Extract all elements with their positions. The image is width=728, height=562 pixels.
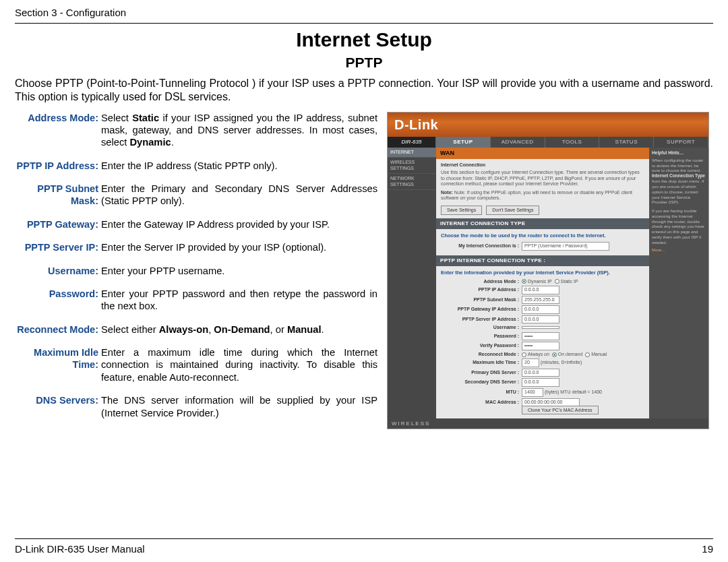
wan-note: Note: If using the PPPoE option, you wil…: [441, 190, 632, 201]
dns1-label: Primary DNS Server :: [441, 370, 522, 376]
def-body: Enter the IP address (Static PPTP only).: [101, 160, 377, 172]
def-label: Maximum Idle Time:: [15, 346, 101, 383]
conn-type-select[interactable]: PPTP (Username / Password): [522, 242, 609, 251]
def-body: Select either Always-on, On-Demand, or M…: [101, 323, 377, 336]
tab-advanced[interactable]: ADVANCED: [491, 137, 545, 148]
tab-status[interactable]: STATUS: [599, 137, 654, 148]
def-label: DNS Servers:: [15, 394, 101, 419]
idle-label: Maximum Idle Time :: [441, 360, 522, 366]
page-title: Internet Setup: [15, 28, 713, 53]
pptp-instr: Enter the information provided by your I…: [441, 270, 644, 276]
help-panel: Helpful Hints… When configuring the rout…: [649, 148, 708, 418]
router-ui-screenshot: D-Link DIR-635 SETUPADVANCEDTOOLSSTATUSS…: [387, 112, 709, 430]
user-label: Username :: [441, 325, 522, 331]
vpass-input[interactable]: •••••: [522, 342, 559, 350]
user-input[interactable]: [522, 326, 559, 329]
definitions-column: Address Mode:Select Static if your ISP a…: [15, 112, 377, 430]
ip-label: PPTP IP Address :: [441, 287, 522, 293]
addr-mode-label: Address Mode :: [441, 279, 522, 285]
model-badge: DIR-635: [388, 137, 436, 148]
def-body: Enter a maximum idle time during which t…: [101, 346, 377, 383]
dns1-input[interactable]: 0.0.0.0: [522, 369, 559, 377]
srv-label: PPTP Server IP Address :: [441, 317, 522, 323]
def-body: Enter the Primary and Secondary DNS Serv…: [101, 183, 377, 208]
mask-input[interactable]: 255.255.255.0: [522, 296, 559, 305]
pass-label: Password :: [441, 334, 522, 340]
vpass-label: Verify Password :: [441, 343, 522, 349]
wan-desc: Use this section to configure your Inter…: [441, 170, 644, 187]
def-label: Address Mode:: [15, 112, 101, 149]
wan-header: WAN: [436, 148, 649, 159]
def-label: PPTP Subnet Mask:: [15, 183, 101, 208]
tab-support[interactable]: SUPPORT: [654, 137, 708, 148]
dont-save-button[interactable]: Don't Save Settings: [486, 206, 539, 216]
mtu-label: MTU :: [441, 389, 522, 396]
srv-input[interactable]: 0.0.0.0: [522, 315, 559, 324]
gw-label: PPTP Gateway IP Address :: [441, 307, 522, 313]
def-label: PPTP Server IP:: [15, 241, 101, 253]
def-body: Enter your PPTP username.: [101, 265, 377, 277]
tab-setup[interactable]: SETUP: [436, 137, 491, 148]
intro-paragraph: Choose PPTP (Point-to-Point-Tunneling Pr…: [15, 77, 713, 104]
conn-type-label: My Internet Connection is :: [441, 243, 522, 249]
idle-input[interactable]: 20: [522, 358, 539, 367]
mask-label: PPTP Subnet Mask :: [441, 297, 522, 303]
recon-radios[interactable]: Always on On demand Manual: [522, 352, 644, 358]
def-body: Select Static if your ISP assigned you t…: [101, 112, 377, 149]
save-settings-button[interactable]: Save Settings: [441, 206, 482, 216]
sidebar-item[interactable]: INTERNET: [388, 148, 436, 158]
def-label: Reconnect Mode:: [15, 323, 101, 336]
wan-subtitle: Internet Connection: [441, 162, 485, 167]
page-subtitle: PPTP: [15, 54, 713, 71]
sidebar-item[interactable]: NETWORK SETTINGS: [388, 174, 436, 190]
help-more-link[interactable]: More…: [652, 247, 706, 253]
def-label: Password:: [15, 288, 101, 313]
help-title: Helpful Hints…: [652, 150, 684, 155]
brand-banner: D-Link: [388, 113, 708, 137]
def-label: Username:: [15, 265, 101, 277]
dns2-label: Secondary DNS Server :: [441, 379, 522, 385]
clone-mac-button[interactable]: Clone Your PC's MAC Address: [522, 406, 599, 414]
manual-name: D-Link DIR-635 User Manual: [15, 543, 145, 555]
conn-type-instr: Choose the mode to be used by the router…: [441, 232, 644, 239]
addr-mode-radios[interactable]: Dynamic IP Static IP: [522, 279, 644, 285]
def-body: Enter the Gateway IP Address provided by…: [101, 218, 377, 230]
def-body: The DNS server information will be suppl…: [101, 394, 377, 419]
dns2-input[interactable]: 0.0.0.0: [522, 378, 559, 387]
def-body: Enter your PPTP password and then retype…: [101, 288, 377, 313]
mtu-input[interactable]: 1400: [522, 388, 543, 397]
mac-label: MAC Address :: [441, 400, 522, 406]
def-label: PPTP IP Address:: [15, 160, 101, 172]
mtu-suffix: (bytes) MTU default = 1400: [545, 389, 602, 394]
rule-top: [15, 23, 713, 24]
section-header: Section 3 - Configuration: [15, 7, 713, 19]
def-body: Enter the Server IP provided by your ISP…: [101, 241, 377, 253]
ui-footer: WIRELESS: [388, 418, 708, 429]
recon-label: Reconnect Mode :: [441, 352, 522, 358]
gw-input[interactable]: 0.0.0.0: [522, 305, 559, 314]
sidebar-item[interactable]: WIRELESS SETTINGS: [388, 158, 436, 174]
pptp-header: PPTP INTERNET CONNECTION TYPE :: [436, 255, 649, 266]
tab-tools[interactable]: TOOLS: [545, 137, 600, 148]
rule-bottom: [15, 538, 713, 539]
def-label: PPTP Gateway:: [15, 218, 101, 230]
main-panel: WAN Internet Connection Use this section…: [436, 148, 649, 418]
ip-input[interactable]: 0.0.0.0: [522, 286, 559, 294]
sidebar: INTERNETWIRELESS SETTINGSNETWORK SETTING…: [388, 148, 436, 418]
idle-suffix: (minutes, 0=infinite): [541, 360, 582, 365]
pass-input[interactable]: •••••: [522, 332, 559, 341]
screenshot-column: D-Link DIR-635 SETUPADVANCEDTOOLSSTATUSS…: [387, 112, 713, 430]
page-number: 19: [702, 543, 713, 555]
conn-type-header: INTERNET CONNECTION TYPE: [436, 218, 649, 229]
